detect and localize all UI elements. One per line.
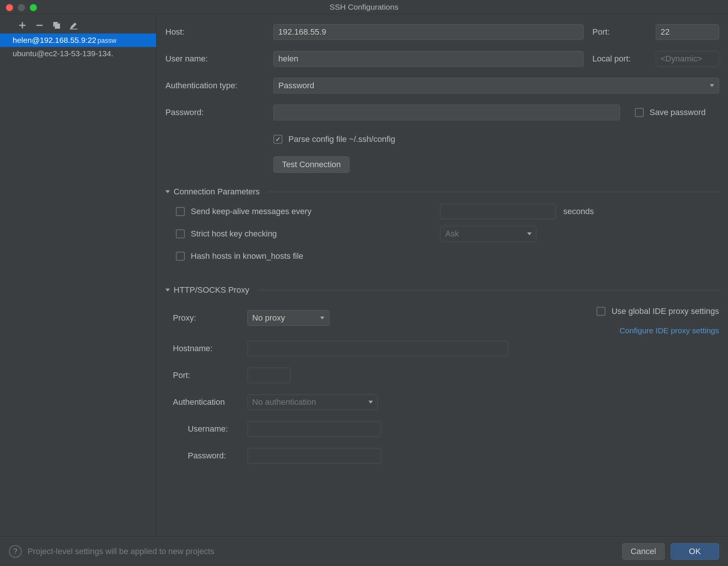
list-item-label: ubuntu@ec2-13-53-139-134.: [13, 49, 113, 58]
cancel-button[interactable]: Cancel: [622, 543, 665, 560]
minimize-icon[interactable]: [18, 4, 25, 11]
authtype-select[interactable]: Password: [273, 78, 719, 93]
proxy-hostname-label: Hostname:: [173, 344, 247, 353]
save-password-label: Save password: [650, 108, 706, 117]
keepalive-input[interactable]: [440, 204, 556, 219]
chevron-down-icon: [368, 401, 373, 404]
proxy-type-value: No proxy: [252, 313, 285, 323]
chevron-down-icon: [165, 289, 170, 292]
localport-input[interactable]: [656, 51, 719, 67]
authtype-label: Authentication type:: [165, 81, 273, 90]
sidebar: helen@192.168.55.9:22passw ubuntu@ec2-13…: [0, 14, 156, 536]
footer: ? Project-level settings will be applied…: [0, 536, 728, 566]
parse-config-label: Parse config file ~/.ssh/config: [288, 134, 395, 144]
authtype-value: Password: [278, 81, 314, 90]
stricthost-select[interactable]: Ask: [440, 226, 536, 242]
stricthost-checkbox[interactable]: [176, 229, 185, 238]
host-input[interactable]: [273, 24, 583, 40]
use-global-proxy-checkbox[interactable]: [596, 307, 605, 316]
proxy-type-select[interactable]: No proxy: [247, 310, 329, 326]
stricthost-label: Strict host key checking: [191, 229, 440, 239]
proxy-password-input[interactable]: [247, 448, 382, 464]
password-label: Password:: [165, 108, 273, 117]
section-title: HTTP/SOCKS Proxy: [174, 285, 249, 295]
keepalive-checkbox[interactable]: [176, 207, 185, 216]
list-item-suffix: passw: [98, 37, 117, 44]
copy-icon[interactable]: [52, 21, 61, 30]
hashhosts-checkbox[interactable]: [176, 252, 185, 261]
username-input[interactable]: [273, 51, 583, 67]
parse-config-checkbox[interactable]: [273, 135, 282, 144]
keepalive-label: Send keep-alive messages every: [191, 207, 440, 216]
section-connection-params[interactable]: Connection Parameters: [165, 187, 719, 197]
save-password-checkbox[interactable]: [635, 108, 644, 117]
titlebar: SSH Configurations: [0, 0, 728, 14]
host-label: Host:: [165, 27, 273, 37]
list-item[interactable]: ubuntu@ec2-13-53-139-134.: [0, 47, 156, 60]
chevron-down-icon: [527, 232, 532, 235]
keepalive-suffix: seconds: [563, 207, 594, 216]
window-title: SSH Configurations: [0, 3, 728, 12]
test-connection-button[interactable]: Test Connection: [273, 156, 349, 173]
add-icon[interactable]: [18, 21, 27, 30]
configure-proxy-link[interactable]: Configure IDE proxy settings: [620, 326, 719, 335]
proxy-auth-value: No authentication: [252, 397, 316, 407]
chevron-down-icon: [320, 317, 325, 319]
proxy-username-input[interactable]: [247, 421, 382, 437]
ok-button[interactable]: OK: [671, 543, 719, 560]
username-label: User name:: [165, 54, 273, 64]
list-item[interactable]: helen@192.168.55.9:22passw: [0, 34, 156, 47]
zoom-icon[interactable]: [30, 4, 37, 11]
section-title: Connection Parameters: [174, 187, 260, 197]
proxy-username-label: Username:: [188, 424, 247, 434]
proxy-password-label: Password:: [188, 451, 247, 461]
chevron-down-icon: [165, 190, 170, 193]
stricthost-value: Ask: [445, 229, 459, 239]
proxy-auth-select[interactable]: No authentication: [247, 394, 378, 410]
sidebar-toolbar: [0, 14, 156, 34]
window-controls: [6, 4, 37, 11]
hashhosts-label: Hash hosts in known_hosts file: [191, 251, 303, 261]
section-proxy[interactable]: HTTP/SOCKS Proxy: [165, 285, 719, 295]
list-item-label: helen@192.168.55.9:22: [13, 36, 96, 44]
password-input[interactable]: [273, 105, 620, 120]
use-global-proxy-label: Use global IDE proxy settings: [611, 306, 719, 316]
footer-text: Project-level settings will be applied t…: [28, 547, 214, 556]
content-panel: Host: Port: User name: Local port: Authe…: [156, 14, 728, 536]
port-label: Port:: [592, 27, 656, 37]
proxy-auth-label: Authentication: [173, 397, 247, 407]
help-icon[interactable]: ?: [9, 545, 22, 558]
edit-icon[interactable]: [69, 21, 78, 30]
config-list: helen@192.168.55.9:22passw ubuntu@ec2-13…: [0, 34, 156, 536]
localport-label: Local port:: [592, 54, 656, 64]
proxy-port-label: Port:: [173, 371, 247, 380]
remove-icon[interactable]: [35, 21, 44, 30]
close-icon[interactable]: [6, 4, 13, 11]
proxy-type-label: Proxy:: [173, 313, 247, 323]
proxy-hostname-input[interactable]: [247, 341, 508, 356]
proxy-port-input[interactable]: [247, 368, 291, 383]
chevron-down-icon: [710, 84, 714, 87]
port-input[interactable]: [656, 24, 719, 40]
